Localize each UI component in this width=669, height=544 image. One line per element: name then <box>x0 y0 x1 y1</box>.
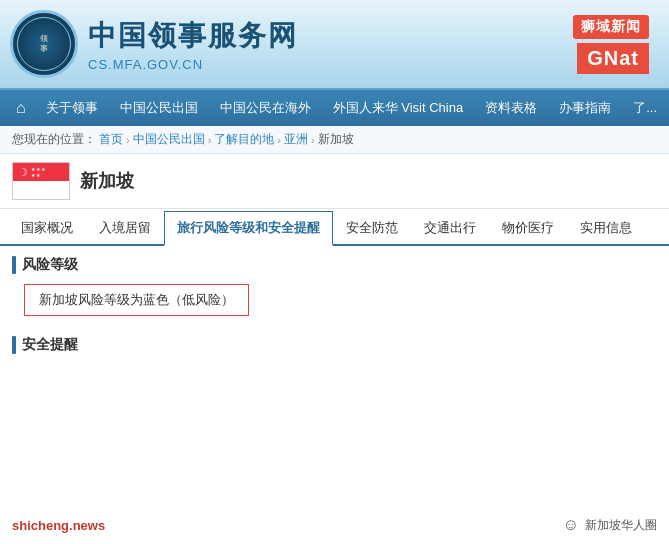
tab-overview[interactable]: 国家概况 <box>8 211 86 246</box>
country-header: ☽ ★ ★ ★ ★ ★ 新加坡 <box>0 154 669 209</box>
flag-star-1: ★ <box>31 167 35 172</box>
flag-star-4: ★ <box>31 173 35 178</box>
breadcrumb-asia[interactable]: 亚洲 <box>284 131 308 148</box>
header-right: 狮域新闻 GNat <box>573 15 649 74</box>
flag-star-3: ★ <box>41 167 45 172</box>
flag-crescent: ☽ <box>18 167 28 178</box>
site-title-en: CS.MFA.GOV.CN <box>88 57 298 72</box>
weibo-badge[interactable]: 狮域新闻 <box>573 15 649 39</box>
nav-bar: ⌂ 关于领事 中国公民出国 中国公民在海外 外国人来华 Visit China … <box>0 90 669 126</box>
footer-area: shicheng.news ☺ 新加坡华人圈 <box>0 516 669 534</box>
section-bar-risk <box>12 256 16 274</box>
country-name: 新加坡 <box>80 169 134 193</box>
community-icon: ☺ <box>563 516 579 534</box>
breadcrumb-sep-2: › <box>208 134 212 146</box>
nav-item-forms[interactable]: 资料表格 <box>475 93 547 123</box>
nav-item-more[interactable]: 了... <box>623 93 667 123</box>
logo-text: 领事 <box>40 34 48 53</box>
breadcrumb-current: 新加坡 <box>318 131 354 148</box>
tabs-bar: 国家概况 入境居留 旅行风险等级和安全提醒 安全防范 交通出行 物价医疗 实用信… <box>0 211 669 246</box>
safety-section-header: 安全提醒 <box>12 336 657 354</box>
site-title-block: 中国领事服务网 CS.MFA.GOV.CN <box>88 17 298 72</box>
breadcrumb-sep-4: › <box>311 134 315 146</box>
section-bar-safety <box>12 336 16 354</box>
tab-safety[interactable]: 安全防范 <box>333 211 411 246</box>
breadcrumb-home[interactable]: 首页 <box>99 131 123 148</box>
community-label: 新加坡华人圈 <box>585 517 657 534</box>
footer-right: ☺ 新加坡华人圈 <box>563 516 657 534</box>
flag-top-half: ☽ ★ ★ ★ ★ ★ <box>13 163 69 181</box>
risk-level-box: 新加坡风险等级为蓝色（低风险） <box>24 284 249 316</box>
site-logo: 领事 <box>10 10 78 78</box>
logo-inner: 领事 <box>17 17 71 71</box>
gnat-badge[interactable]: GNat <box>577 43 649 74</box>
singapore-flag: ☽ ★ ★ ★ ★ ★ <box>12 162 70 200</box>
safety-section-title: 安全提醒 <box>22 336 78 354</box>
content-area: 风险等级 新加坡风险等级为蓝色（低风险） 安全提醒 <box>0 246 669 374</box>
risk-section-header: 风险等级 <box>12 256 657 274</box>
nav-item-foreigners[interactable]: 外国人来华 Visit China <box>323 93 474 123</box>
flag-star-5: ★ <box>36 173 40 178</box>
breadcrumb: 您现在的位置： 首页 › 中国公民出国 › 了解目的地 › 亚洲 › 新加坡 <box>0 126 669 154</box>
nav-item-citizens-abroad[interactable]: 中国公民出国 <box>110 93 208 123</box>
tab-practical[interactable]: 实用信息 <box>567 211 645 246</box>
nav-item-overseas[interactable]: 中国公民在海外 <box>210 93 321 123</box>
tab-entry[interactable]: 入境居留 <box>86 211 164 246</box>
flag-bottom-half <box>13 181 69 199</box>
site-title-cn: 中国领事服务网 <box>88 17 298 55</box>
breadcrumb-sep-1: › <box>126 134 130 146</box>
site-header: 领事 中国领事服务网 CS.MFA.GOV.CN 狮域新闻 GNat <box>0 0 669 90</box>
nav-item-about[interactable]: 关于领事 <box>36 93 108 123</box>
tab-risk[interactable]: 旅行风险等级和安全提醒 <box>164 211 333 246</box>
breadcrumb-sep-3: › <box>277 134 281 146</box>
flag-star-2: ★ <box>36 167 40 172</box>
tab-prices[interactable]: 物价医疗 <box>489 211 567 246</box>
risk-section-title: 风险等级 <box>22 256 78 274</box>
safety-section: 安全提醒 <box>12 336 657 354</box>
footer-source: shicheng.news <box>12 518 105 533</box>
tab-transport[interactable]: 交通出行 <box>411 211 489 246</box>
nav-item-guide[interactable]: 办事指南 <box>549 93 621 123</box>
header-left: 领事 中国领事服务网 CS.MFA.GOV.CN <box>10 10 298 78</box>
flag-stars: ★ ★ ★ ★ ★ <box>31 167 45 178</box>
nav-home[interactable]: ⌂ <box>8 95 34 121</box>
breadcrumb-citizens[interactable]: 中国公民出国 <box>133 131 205 148</box>
breadcrumb-destination[interactable]: 了解目的地 <box>214 131 274 148</box>
breadcrumb-prefix: 您现在的位置： <box>12 131 96 148</box>
